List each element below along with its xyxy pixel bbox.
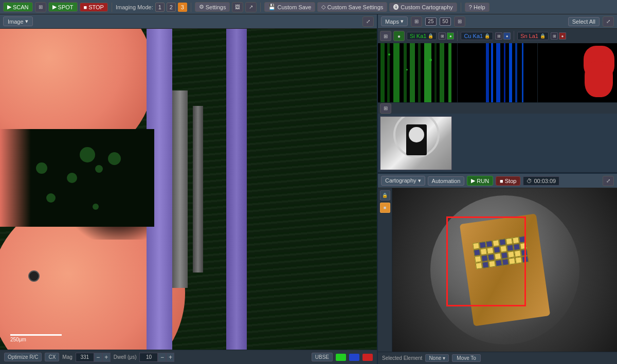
selected-dropdown-arrow: ▾	[443, 355, 445, 361]
sample-grid	[473, 235, 537, 304]
sample-holder	[459, 214, 550, 326]
green-toggle[interactable]: ●	[393, 31, 405, 41]
help-icon: ?	[469, 4, 472, 10]
sn-ctrl-red[interactable]: ●	[559, 32, 566, 40]
selected-none-dropdown[interactable]: None ▾	[425, 354, 449, 362]
carto-square-icon[interactable]: ■	[380, 203, 390, 213]
separator-2	[191, 3, 191, 12]
scale-bar: 250μm	[10, 334, 62, 342]
image-footer: Optimize R/C CX Mag − + Dwell (μs) − + U…	[0, 350, 377, 364]
toolbar-icon-1[interactable]: ⊞	[35, 2, 46, 12]
right-panel: Maps ▾ ⊞ 25 50 ⊞ Select All ⤢ ⊞ ● Si Ka1…	[378, 14, 617, 364]
sn-element-chip: Sn La1 🔒	[517, 32, 549, 40]
gc-14	[506, 244, 514, 251]
si-ctrl-1[interactable]: ⊞	[439, 32, 446, 40]
maps-icon-1[interactable]: ⊞	[411, 16, 422, 27]
custom-save-settings-button[interactable]: ◇ Custom Save Settings	[317, 2, 387, 12]
sn-label: Sn La1	[520, 33, 538, 39]
stop-icon: ■	[84, 4, 87, 10]
si-dot-3	[429, 59, 432, 61]
maps-dropdown[interactable]: Maps ▾	[381, 16, 408, 26]
carto-expand-icon[interactable]: ⤢	[603, 176, 614, 186]
image-mode-dropdown[interactable]: Image ▾	[3, 16, 33, 26]
chamber-background	[392, 188, 617, 352]
cu-element-chip: Cu Ka1 🔒	[461, 32, 493, 40]
automation-button[interactable]: Automation	[428, 176, 465, 186]
si-map-image[interactable]	[378, 43, 457, 102]
separator-1	[112, 3, 112, 12]
carto-sidebar: 🔒 ■	[378, 188, 392, 352]
ubse-button[interactable]: UBSE	[312, 353, 333, 361]
gc-5	[499, 239, 506, 246]
mag-increase[interactable]: +	[102, 353, 111, 362]
cu-label: Cu Ka1	[464, 33, 483, 39]
bubble-2	[67, 173, 77, 183]
settings-button[interactable]: ⚙ Settings	[195, 2, 230, 12]
sn-lock-icon: 🔒	[540, 33, 546, 39]
maps-expand-icon[interactable]: ⤢	[603, 16, 614, 27]
image-expand-icon[interactable]: ⤢	[362, 16, 374, 27]
dwell-decrease[interactable]: −	[158, 353, 166, 362]
custom-cartography-button[interactable]: 🅐 Custom Cartography	[389, 3, 457, 12]
separator-4	[461, 3, 461, 12]
elem-sep-1	[457, 31, 458, 41]
layer-bottom-icon[interactable]: ⊞	[380, 103, 391, 114]
dwell-increase[interactable]: +	[166, 353, 174, 362]
maps-icon-2[interactable]: ⊞	[454, 16, 465, 27]
toolbar-icon-2[interactable]: 🖼	[232, 2, 243, 12]
carto-lock-icon[interactable]: 🔒	[380, 190, 390, 201]
gc-2	[479, 242, 486, 249]
bubble-3	[95, 165, 103, 173]
cartography-dropdown[interactable]: Cartography ▾	[381, 176, 425, 186]
stop-button[interactable]: ■ STOP	[80, 3, 108, 12]
mode-3-button[interactable]: 3	[178, 3, 187, 12]
image-canvas[interactable]: 250μm	[0, 29, 377, 350]
mode-2-button[interactable]: 2	[167, 3, 176, 12]
sn-ctrl-1[interactable]: ⊞	[551, 32, 558, 40]
toolbar-icon-3[interactable]: ↗	[245, 2, 257, 12]
num-badge-1: 25	[425, 17, 437, 26]
gc-16	[520, 243, 527, 250]
custom-save-button[interactable]: 💾 Custom Save	[264, 2, 315, 12]
help-button[interactable]: ? Help	[465, 3, 489, 12]
si-s9	[440, 43, 444, 102]
scale-bar-label: 250μm	[10, 337, 26, 342]
si-badge[interactable]	[336, 354, 346, 361]
cu-s5	[509, 43, 512, 102]
optimize-button[interactable]: Optimize R/C	[4, 353, 42, 361]
si-s7	[424, 43, 431, 102]
si-ctrl-green[interactable]: ●	[447, 32, 454, 40]
cu-badge[interactable]	[349, 354, 359, 361]
gc-1	[473, 243, 480, 250]
carto-dropdown-arrow: ▾	[418, 177, 421, 184]
thumbnail-image	[380, 116, 452, 170]
run-button[interactable]: ▶ RUN	[467, 176, 493, 186]
move-to-button[interactable]: Move To	[452, 354, 481, 362]
si-dot-1	[388, 53, 390, 56]
cx-button[interactable]: CX	[45, 353, 59, 361]
select-all-button[interactable]: Select All	[568, 17, 600, 26]
gc-15	[513, 244, 520, 251]
mag-decrease[interactable]: −	[94, 353, 102, 362]
num-badge-2: 50	[440, 17, 451, 26]
cu-map-image[interactable]	[458, 43, 537, 102]
cu-canvas	[458, 43, 537, 102]
sn-badge[interactable]	[362, 354, 373, 361]
layer-icon[interactable]: ⊞	[380, 31, 391, 41]
spot-button[interactable]: ▶ SPOT	[48, 2, 78, 12]
map-images-row	[378, 43, 617, 102]
carto-stop-button[interactable]: ■ Stop	[496, 176, 520, 186]
mode-1-button[interactable]: 1	[155, 3, 165, 12]
cu-controls: ⊞ ●	[495, 32, 511, 40]
camera-view[interactable]	[392, 188, 617, 352]
dwell-input[interactable]	[139, 353, 158, 362]
cu-ctrl-1[interactable]: ⊞	[495, 32, 502, 40]
sn-map-image[interactable]	[538, 43, 617, 102]
sn-blob-2	[585, 61, 613, 97]
scan-button[interactable]: ▶ SCAN	[3, 2, 33, 12]
cu-ctrl-blue[interactable]: ●	[503, 32, 511, 40]
timer-display: ⏱ 00:03:09	[523, 176, 559, 186]
mag-input[interactable]	[76, 353, 94, 362]
top-toolbar: ▶ SCAN ⊞ ▶ SPOT ■ STOP Imaging Mode: 1 2…	[0, 0, 617, 14]
maps-dropdown-arrow: ▾	[401, 18, 404, 25]
